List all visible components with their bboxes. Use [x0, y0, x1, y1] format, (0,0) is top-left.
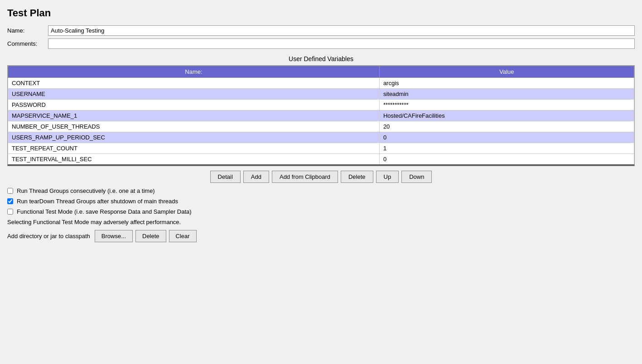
- variable-name-cell: TEST_REPEAT_COUNT: [8, 143, 380, 154]
- section-title: User Defined Variables: [7, 55, 635, 62]
- classpath-delete-button[interactable]: Delete: [135, 230, 166, 242]
- checkbox-1[interactable]: [7, 188, 13, 194]
- variable-name-cell: CONTEXT: [8, 78, 380, 89]
- table-row[interactable]: TEST_INTERVAL_MILLI_SEC0: [8, 154, 634, 165]
- table-row[interactable]: USERNAMEsiteadmin: [8, 89, 634, 100]
- variable-value-cell: 0: [379, 154, 634, 165]
- variable-value-cell: Hosted/CAFireFacilities: [379, 110, 634, 121]
- col-name-header: Name:: [8, 66, 380, 78]
- functional-mode-note: Selecting Functional Test Mode may adver…: [7, 219, 635, 225]
- name-input[interactable]: [48, 25, 635, 36]
- browse-button[interactable]: Browse...: [95, 230, 133, 242]
- variables-table: Name: Value CONTEXTarcgisUSERNAMEsiteadm…: [8, 66, 634, 166]
- add-clipboard-button[interactable]: Add from Clipboard: [272, 171, 338, 183]
- page-title: Test Plan: [7, 7, 635, 19]
- variable-value-cell: 20: [379, 121, 634, 132]
- checkbox-row: Run tearDown Thread Groups after shutdow…: [7, 198, 635, 205]
- variable-name-cell: USERNAME: [8, 89, 380, 100]
- checkbox-label-1: Run Thread Groups consecutively (i.e. on…: [17, 187, 155, 194]
- variable-name-cell: PASSWORD: [8, 100, 380, 110]
- table-row[interactable]: MAPSERVICE_NAME_1Hosted/CAFireFacilities: [8, 110, 634, 121]
- checkbox-2[interactable]: [7, 198, 13, 204]
- variable-value-cell: arcgis: [379, 78, 634, 89]
- table-row[interactable]: CONTEXTarcgis: [8, 78, 634, 89]
- col-value-header: Value: [379, 66, 634, 78]
- variable-name-cell: MAPSERVICE_NAME_1: [8, 110, 380, 121]
- name-label: Name:: [7, 27, 48, 34]
- up-button[interactable]: Up: [376, 171, 399, 183]
- clear-button[interactable]: Clear: [169, 230, 197, 242]
- checkbox-row: Run Thread Groups consecutively (i.e. on…: [7, 187, 635, 194]
- comments-input[interactable]: [48, 38, 635, 49]
- table-row[interactable]: NUMBER_OF_USER_THREADS20: [8, 121, 634, 132]
- table-row[interactable]: USERS_RAMP_UP_PERIOD_SEC0: [8, 132, 634, 143]
- checkbox-3[interactable]: [7, 209, 13, 215]
- delete-button[interactable]: Delete: [341, 171, 373, 183]
- add-button[interactable]: Add: [243, 171, 269, 183]
- table-row[interactable]: PASSWORD***********: [8, 100, 634, 110]
- variable-value-cell: siteadmin: [379, 89, 634, 100]
- classpath-label: Add directory or jar to classpath: [7, 233, 90, 239]
- variable-value-cell: 0: [379, 132, 634, 143]
- checkbox-label-3: Functional Test Mode (i.e. save Response…: [17, 208, 192, 215]
- table-row[interactable]: TEST_REPEAT_COUNT1: [8, 143, 634, 154]
- variable-name-cell: USERS_RAMP_UP_PERIOD_SEC: [8, 132, 380, 143]
- variable-value-cell: ***********: [379, 100, 634, 110]
- detail-button[interactable]: Detail: [210, 171, 241, 183]
- variable-name-cell: TEST_INTERVAL_MILLI_SEC: [8, 154, 380, 165]
- down-button[interactable]: Down: [401, 171, 432, 183]
- variable-value-cell: 1: [379, 143, 634, 154]
- checkbox-row: Functional Test Mode (i.e. save Response…: [7, 208, 635, 215]
- variable-name-cell: NUMBER_OF_USER_THREADS: [8, 121, 380, 132]
- comments-label: Comments:: [7, 40, 48, 47]
- checkbox-label-2: Run tearDown Thread Groups after shutdow…: [17, 198, 178, 205]
